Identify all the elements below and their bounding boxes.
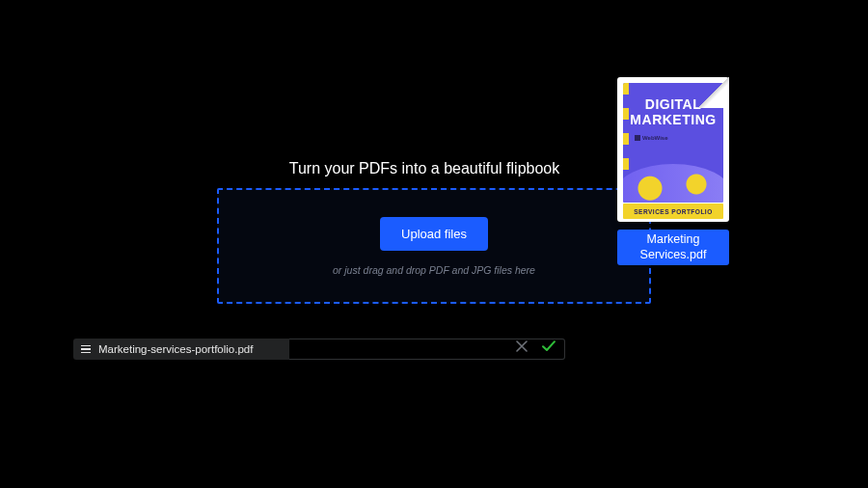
download-save-bar: Marketing-services-portfolio.pdf — [73, 338, 565, 361]
thumb-title-line2: MARKETING — [630, 112, 716, 127]
close-icon[interactable] — [516, 340, 528, 352]
dragged-file-caption: Marketing Services.pdf — [617, 230, 729, 265]
upload-dropzone[interactable]: Upload files or just drag and drop PDF a… — [217, 188, 651, 304]
page-headline: Turn your PDFs into a beautiful flipbook — [222, 160, 627, 177]
thumb-footer: SERVICES PORTFOLIO — [623, 203, 723, 219]
thumb-art — [623, 164, 723, 203]
menu-icon[interactable] — [81, 345, 91, 353]
save-file-pill: Marketing-services-portfolio.pdf — [73, 339, 289, 360]
check-icon[interactable] — [541, 339, 556, 354]
save-file-name: Marketing-services-portfolio.pdf — [98, 343, 253, 355]
upload-files-button[interactable]: Upload files — [380, 217, 488, 251]
dropzone-hint: or just drag and drop PDF and JPG files … — [333, 264, 535, 276]
dragged-file[interactable]: DIGITAL MARKETING WebWise SERVICES PORTF… — [617, 77, 729, 265]
thumb-title-line1: DIGITAL — [645, 96, 701, 112]
thumb-brand: WebWise — [635, 135, 668, 141]
file-thumbnail: DIGITAL MARKETING WebWise SERVICES PORTF… — [617, 77, 729, 222]
